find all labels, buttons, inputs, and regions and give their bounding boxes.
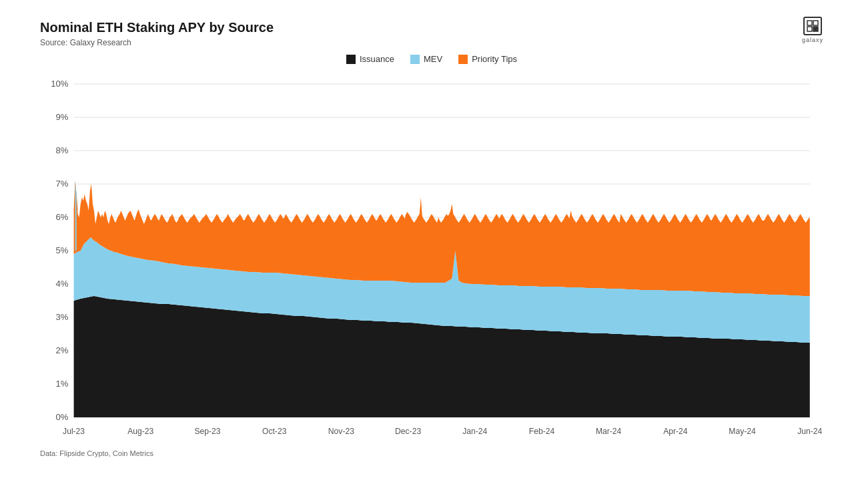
legend-color-issuance	[346, 55, 356, 64]
svg-text:0%: 0%	[56, 412, 69, 422]
chart-container: Nominal ETH Staking APY by Source Source…	[0, 0, 850, 504]
legend-item-priority-tips: Priority Tips	[458, 54, 517, 64]
svg-text:Nov-23: Nov-23	[328, 427, 354, 436]
svg-text:May-24: May-24	[729, 427, 756, 436]
svg-text:5%: 5%	[56, 245, 69, 255]
chart-area: 10% 9% 8% 7% 6% 5% 4% 3% 2% 1% 0% Jul	[40, 71, 823, 444]
svg-text:Jan-24: Jan-24	[462, 427, 487, 436]
svg-rect-0	[807, 21, 812, 25]
svg-text:4%: 4%	[56, 279, 69, 289]
svg-text:Feb-24: Feb-24	[529, 427, 555, 436]
svg-text:Jun-24: Jun-24	[797, 427, 822, 436]
svg-text:6%: 6%	[56, 212, 69, 222]
legend-label-mev: MEV	[424, 54, 442, 64]
data-footer: Data: Flipside Crypto, Coin Metrics	[40, 449, 823, 457]
svg-text:7%: 7%	[56, 179, 69, 189]
chart-source: Source: Galaxy Research	[40, 38, 823, 47]
svg-text:Aug-23: Aug-23	[127, 427, 153, 436]
legend-item-mev: MEV	[410, 54, 442, 64]
svg-text:Apr-24: Apr-24	[663, 427, 688, 436]
galaxy-logo: galaxy	[802, 17, 823, 43]
main-chart-svg: 10% 9% 8% 7% 6% 5% 4% 3% 2% 1% 0% Jul	[40, 71, 823, 444]
legend-label-issuance: Issuance	[360, 54, 394, 64]
chart-title: Nominal ETH Staking APY by Source	[40, 20, 823, 35]
svg-text:Dec-23: Dec-23	[395, 427, 421, 436]
svg-rect-2	[807, 27, 812, 31]
galaxy-icon	[803, 17, 822, 35]
legend-label-priority-tips: Priority Tips	[472, 54, 517, 64]
legend-color-mev	[410, 55, 420, 64]
chart-legend: Issuance MEV Priority Tips	[40, 54, 823, 64]
svg-text:Sep-23: Sep-23	[194, 427, 220, 436]
mev-early-spike	[75, 181, 77, 251]
svg-text:Jul-23: Jul-23	[63, 427, 85, 436]
legend-color-priority-tips	[458, 55, 468, 64]
galaxy-text: galaxy	[802, 37, 823, 43]
svg-text:1%: 1%	[56, 379, 69, 389]
svg-text:Oct-23: Oct-23	[262, 427, 287, 436]
svg-text:9%: 9%	[56, 112, 69, 122]
svg-text:3%: 3%	[56, 312, 69, 322]
svg-text:2%: 2%	[56, 345, 69, 355]
svg-text:10%: 10%	[51, 79, 69, 89]
legend-item-issuance: Issuance	[346, 54, 394, 64]
svg-text:8%: 8%	[56, 145, 69, 155]
svg-text:Mar-24: Mar-24	[596, 427, 622, 436]
svg-rect-1	[813, 21, 818, 25]
svg-rect-3	[813, 27, 818, 31]
